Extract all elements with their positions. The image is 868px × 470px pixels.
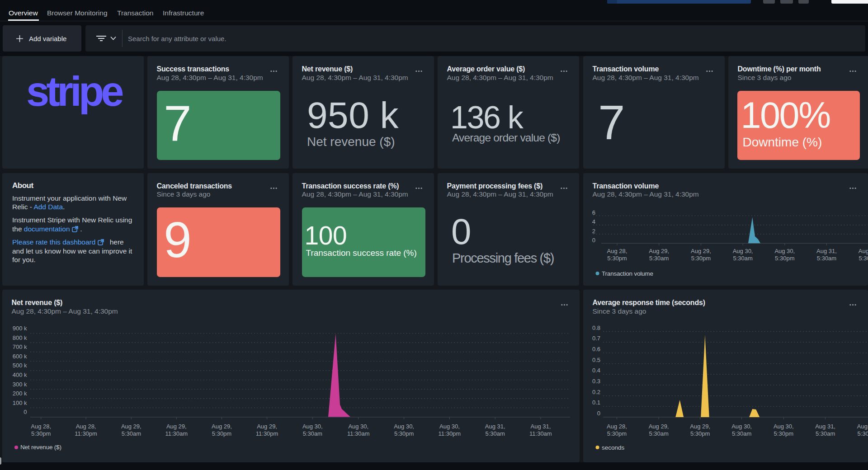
svg-text:5:30pm: 5:30pm [607, 254, 627, 261]
svg-text:Aug 30,: Aug 30, [733, 247, 753, 254]
svg-text:Aug 29,: Aug 29, [649, 247, 669, 254]
svg-text:700 k: 700 k [13, 343, 27, 350]
svg-text:0.1: 0.1 [592, 399, 600, 406]
svg-text:5:30am: 5:30am [817, 254, 836, 261]
svg-text:5:30pm: 5:30pm [394, 430, 414, 437]
svg-text:Aug 30,: Aug 30, [731, 423, 752, 430]
svg-text:0.5: 0.5 [592, 357, 600, 363]
svg-text:5:30am: 5:30am [649, 254, 669, 261]
svg-text:2: 2 [592, 227, 595, 234]
svg-text:5:30pm: 5:30pm [775, 254, 794, 261]
svg-text:5:30pm: 5:30pm [607, 430, 627, 437]
svg-text:5:30pm: 5:30pm [690, 430, 710, 437]
svg-text:11:30pm: 11:30pm [75, 430, 97, 437]
svg-text:Aug 31,: Aug 31, [859, 247, 868, 254]
svg-text:Aug 28,: Aug 28, [76, 423, 96, 430]
svg-text:seconds: seconds [602, 444, 625, 451]
svg-text:5:30pm: 5:30pm [858, 430, 868, 437]
svg-text:11:30am: 11:30am [529, 430, 552, 437]
svg-text:0.3: 0.3 [592, 378, 600, 385]
svg-text:Aug 30,: Aug 30, [348, 423, 368, 430]
svg-text:Aug 28,: Aug 28, [31, 423, 51, 430]
svg-text:0.4: 0.4 [592, 367, 600, 374]
svg-text:0.8: 0.8 [592, 324, 600, 331]
svg-text:5:30pm: 5:30pm [859, 254, 868, 261]
svg-text:5:30am: 5:30am [816, 430, 835, 437]
svg-text:5:30am: 5:30am [732, 430, 751, 437]
svg-text:0: 0 [597, 410, 600, 417]
svg-text:Transaction volume: Transaction volume [602, 270, 653, 277]
svg-text:Aug 29,: Aug 29, [212, 423, 232, 430]
svg-text:Aug 30,: Aug 30, [302, 423, 323, 430]
svg-text:Aug 29,: Aug 29, [649, 423, 669, 430]
svg-text:Aug 28,: Aug 28, [607, 423, 627, 430]
svg-text:Aug 31,: Aug 31, [485, 423, 505, 430]
svg-text:800 k: 800 k [13, 334, 27, 341]
svg-text:Aug 30,: Aug 30, [774, 423, 794, 430]
svg-text:500 k: 500 k [13, 362, 27, 369]
svg-text:0.2: 0.2 [592, 389, 600, 395]
svg-text:0.7: 0.7 [592, 335, 600, 342]
svg-text:600 k: 600 k [13, 353, 27, 360]
svg-text:200 k: 200 k [13, 390, 27, 397]
svg-text:Aug 30,: Aug 30, [439, 423, 460, 430]
svg-text:Aug 31,: Aug 31, [816, 247, 837, 254]
svg-text:5:30am: 5:30am [122, 430, 141, 437]
svg-text:11:30pm: 11:30pm [256, 430, 278, 437]
svg-text:11:30pm: 11:30pm [439, 430, 461, 437]
svg-text:Aug 31,: Aug 31, [857, 423, 868, 430]
svg-text:5:30am: 5:30am [649, 430, 668, 437]
svg-text:Aug 28,: Aug 28, [607, 247, 627, 254]
svg-text:400 k: 400 k [13, 371, 27, 378]
svg-text:5:30am: 5:30am [303, 430, 322, 437]
svg-text:Aug 29,: Aug 29, [166, 423, 187, 430]
svg-text:5:30pm: 5:30pm [31, 430, 51, 437]
svg-text:Aug 30,: Aug 30, [394, 423, 414, 430]
svg-text:5:30pm: 5:30pm [691, 254, 711, 261]
svg-text:11:30am: 11:30am [165, 430, 188, 437]
svg-text:Aug 29,: Aug 29, [690, 423, 710, 430]
svg-text:0.6: 0.6 [592, 346, 600, 352]
svg-text:Aug 29,: Aug 29, [691, 247, 711, 254]
svg-text:900 k: 900 k [13, 325, 27, 332]
svg-text:5:30am: 5:30am [486, 430, 505, 437]
svg-text:5:30pm: 5:30pm [774, 430, 793, 437]
svg-text:Aug 31,: Aug 31, [815, 423, 835, 430]
svg-text:0: 0 [592, 236, 595, 243]
svg-text:Net revenue ($): Net revenue ($) [20, 444, 61, 451]
svg-text:Aug 29,: Aug 29, [121, 423, 142, 430]
svg-text:Aug 29,: Aug 29, [257, 423, 277, 430]
svg-text:11:30am: 11:30am [347, 430, 370, 437]
svg-text:4: 4 [592, 218, 595, 225]
svg-text:5:30am: 5:30am [733, 254, 752, 261]
svg-text:6: 6 [592, 209, 595, 216]
svg-text:300 k: 300 k [13, 381, 27, 388]
svg-text:0: 0 [24, 409, 27, 415]
svg-text:100 k: 100 k [13, 400, 27, 406]
svg-text:5:30pm: 5:30pm [212, 430, 231, 437]
svg-text:Aug 30,: Aug 30, [774, 247, 795, 254]
svg-text:Aug 31,: Aug 31, [531, 423, 551, 430]
